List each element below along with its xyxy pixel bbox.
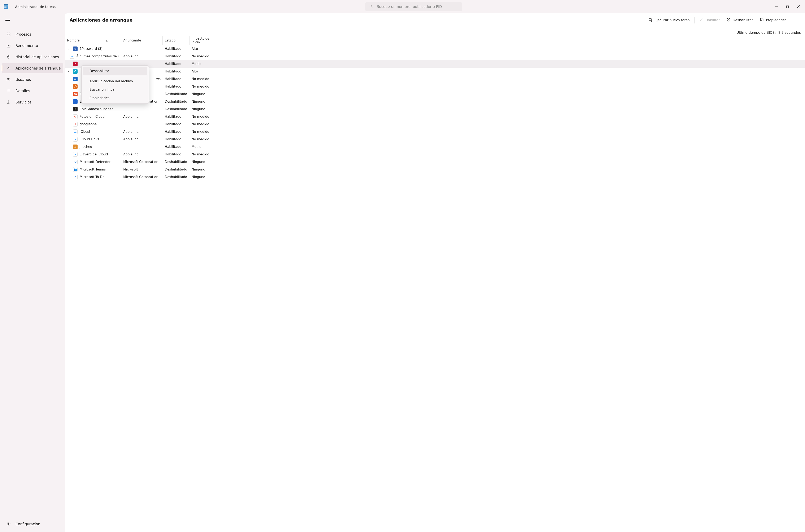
nav-startup-apps[interactable]: Aplicaciones de arranque — [2, 63, 63, 73]
table-row[interactable]: ▸♨juschedHabilitadoMedio — [65, 143, 805, 151]
svg-line-14 — [8, 68, 9, 69]
table-row[interactable]: ▸▭Enlace MóvilMicrosoft CorporationDesha… — [65, 98, 805, 106]
table-row[interactable]: ▸🛡Microsoft DefenderMicrosoft Corporatio… — [65, 158, 805, 166]
sidebar: Procesos Rendimiento Historial de aplica… — [0, 14, 65, 532]
app-row-icon: ▭ — [73, 99, 77, 104]
search-input[interactable] — [377, 5, 458, 9]
context-menu[interactable]: DeshabilitarAbrir ubicación del archivoB… — [81, 65, 149, 104]
app-row-icon: ↗ — [73, 61, 77, 66]
nav-label: Configuración — [16, 522, 40, 526]
context-menu-item[interactable]: Propiedades — [83, 94, 147, 102]
bios-time-row: Último tiempo de BIOS: 8.7 segundos — [65, 27, 805, 36]
col-publisher[interactable]: Anunciante — [121, 36, 163, 45]
row-status: Deshabilitado — [163, 168, 189, 171]
nav-details[interactable]: Detalles — [2, 86, 63, 96]
table-row[interactable]: ▸▭wsHabilitadoNo medido — [65, 75, 805, 83]
table-row[interactable]: ▸↗HabilitadoMedio — [65, 60, 805, 68]
table-row[interactable]: ▸eaEALauncherDeshabilitadoNinguno — [65, 90, 805, 98]
nav-label: Aplicaciones de arranque — [16, 66, 61, 70]
table-row[interactable]: ▸☁iCloudApple Inc.HabilitadoNo medido — [65, 128, 805, 135]
col-status[interactable]: Estado — [163, 36, 189, 45]
row-impact: No medido — [189, 137, 220, 141]
row-status: Habilitado — [163, 62, 189, 66]
table-row[interactable]: ▸CHabilitadoAlto — [65, 68, 805, 75]
svg-rect-11 — [7, 35, 8, 36]
table-body[interactable]: ▸①1Password (3)HabilitadoAlto▸☁Álbumes c… — [65, 45, 805, 181]
row-name: Llavero de iCloud — [80, 152, 108, 156]
row-status: Deshabilitado — [163, 175, 189, 179]
row-status: Deshabilitado — [163, 100, 189, 103]
nav-services[interactable]: Servicios — [2, 97, 63, 107]
row-impact: Ninguno — [189, 175, 220, 179]
name-cell: ▸☁iCloud Drive — [65, 137, 121, 141]
content: Aplicaciones de arranque Ejecutar nueva … — [65, 14, 805, 532]
row-status: Habilitado — [163, 115, 189, 118]
svg-rect-3 — [786, 6, 788, 8]
run-new-task-button[interactable]: Ejecutar nueva tarea — [645, 16, 693, 24]
content-header: Aplicaciones de arranque Ejecutar nueva … — [65, 14, 805, 27]
properties-icon — [760, 18, 764, 23]
table-row[interactable]: ▸✔Microsoft To DoMicrosoft CorporationDe… — [65, 173, 805, 181]
table-row[interactable]: ▸◯HabilitadoNo medido — [65, 83, 805, 90]
table-row[interactable]: ▸1googleoneHabilitadoNo medido — [65, 120, 805, 128]
expand-icon[interactable]: ▸ — [66, 48, 71, 50]
app-row-icon: ☁ — [73, 130, 77, 134]
app-row-icon: ♨ — [73, 145, 77, 149]
table-row[interactable]: ▸EEpicGamesLauncherDeshabilitadoNinguno — [65, 106, 805, 113]
table-row[interactable]: ▸✿Fotos en iCloudApple Inc.HabilitadoNo … — [65, 113, 805, 120]
row-publisher: Apple Inc. — [121, 55, 163, 58]
row-name: iCloud Drive — [80, 137, 99, 141]
nav-label: Historial de aplicaciones — [16, 55, 59, 59]
name-cell: ▸✿Fotos en iCloud — [65, 114, 121, 119]
properties-button[interactable]: Propiedades — [757, 16, 789, 24]
context-menu-item[interactable]: Deshabilitar — [83, 67, 147, 75]
nav-users[interactable]: Usuarios — [2, 75, 63, 84]
close-button[interactable] — [793, 2, 803, 11]
row-impact: Ninguno — [189, 160, 220, 164]
row-status: Deshabilitado — [163, 107, 189, 111]
table-row[interactable]: ▸☁iCloud DriveApple Inc.HabilitadoNo med… — [65, 135, 805, 143]
nav: Procesos Rendimiento Historial de aplica… — [0, 29, 65, 107]
hamburger-button[interactable] — [2, 16, 13, 25]
row-name: Microsoft Teams — [80, 168, 106, 171]
name-cell: ▸🛡Microsoft Defender — [65, 159, 121, 164]
svg-line-1 — [371, 7, 372, 7]
col-impact[interactable]: Impacto de inicio — [189, 36, 220, 45]
nav-label: Rendimiento — [16, 43, 38, 48]
col-name[interactable]: Nombre ▲ — [65, 36, 121, 45]
speedometer-icon — [6, 66, 11, 71]
nav-app-history[interactable]: Historial de aplicaciones — [2, 52, 63, 62]
table-row[interactable]: ▸☁Álbumes compartidos de i...Apple Inc.H… — [65, 53, 805, 60]
minimize-button[interactable] — [771, 2, 782, 11]
nav-performance[interactable]: Rendimiento — [2, 41, 63, 51]
button-label: Deshabilitar — [733, 18, 753, 22]
row-name: Microsoft To Do — [80, 175, 104, 179]
row-publisher: Microsoft — [121, 168, 163, 171]
col-label: Anunciante — [123, 39, 141, 42]
more-button[interactable]: ··· — [790, 16, 801, 24]
maximize-button[interactable] — [782, 2, 792, 11]
expand-icon[interactable]: ▸ — [66, 70, 71, 73]
page-title: Aplicaciones de arranque — [70, 18, 644, 23]
table-row[interactable]: ▸☁Llavero de iCloudApple Inc.HabilitadoN… — [65, 151, 805, 158]
title-bar-center — [60, 2, 767, 11]
row-impact: No medido — [189, 55, 220, 58]
row-name: Álbumes compartidos de i... — [76, 55, 121, 58]
table-row[interactable]: ▸👥Microsoft TeamsMicrosoftDeshabilitadoN… — [65, 166, 805, 173]
table-row[interactable]: ▸①1Password (3)HabilitadoAlto — [65, 45, 805, 53]
nav-settings[interactable]: Configuración — [2, 519, 63, 529]
context-menu-item[interactable]: Abrir ubicación del archivo — [83, 77, 147, 86]
row-impact: Medio — [189, 145, 220, 149]
svg-rect-12 — [9, 35, 10, 36]
col-label: Nombre — [67, 39, 80, 42]
search-box[interactable] — [365, 2, 462, 11]
disable-button[interactable]: Deshabilitar — [724, 16, 756, 24]
title-bar: Administrador de tareas — [0, 0, 805, 14]
nav-processes[interactable]: Procesos — [2, 29, 63, 39]
search-icon — [369, 4, 373, 9]
row-publisher: Apple Inc. — [121, 115, 163, 118]
context-menu-item[interactable]: Buscar en línea — [83, 86, 147, 94]
users-icon — [6, 77, 11, 82]
context-menu-separator — [84, 76, 146, 76]
row-impact: No medido — [189, 115, 220, 118]
